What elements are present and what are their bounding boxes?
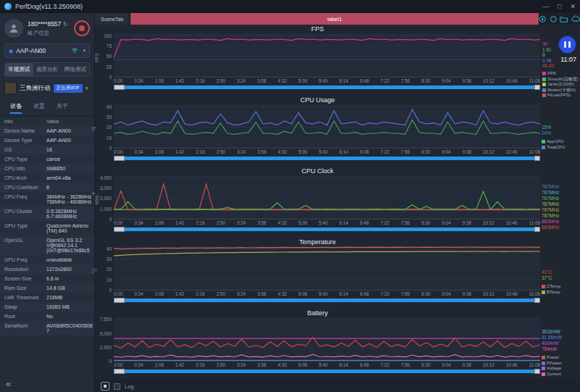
target-icon[interactable] (539, 15, 547, 23)
y-axis: MHz4,0003,0002,0001,0000 (95, 175, 114, 219)
tab-label1[interactable]: label1 (130, 13, 539, 25)
folder-icon[interactable] (560, 15, 568, 23)
x-tick: 8:30 (421, 78, 430, 83)
legend-swatch (542, 372, 545, 376)
table-row: Resolution1272x2800 (0, 264, 94, 274)
x-tick: 2:50 (216, 149, 225, 154)
y-tick: 10 (107, 135, 112, 140)
tab-scenetab[interactable]: SceneTab (95, 13, 129, 25)
y-axis-label: MHz (94, 195, 99, 204)
cloud-icon[interactable] (571, 15, 580, 22)
stop-icon[interactable] (101, 382, 109, 391)
x-tick: 5:40 (319, 78, 328, 83)
x-tick: 6:48 (360, 291, 368, 296)
x-tick: 3:58 (257, 149, 266, 154)
row-label: LMK Threshold (4, 295, 46, 300)
scrollbar-handle[interactable] (114, 156, 125, 161)
x-tick: 7:56 (401, 220, 410, 225)
scrollbar-track[interactable] (114, 228, 540, 231)
scrollbar-handle[interactable] (114, 369, 125, 374)
scrollbar-track[interactable] (114, 157, 540, 160)
scrollbar-end-box[interactable] (534, 227, 540, 232)
scrollbar-end-box[interactable] (534, 85, 540, 90)
legend-label: TotalCPU (547, 145, 565, 151)
info-tab-设置[interactable]: 设置 (33, 102, 45, 114)
legend-item: Smooth(流畅度) (542, 77, 579, 83)
x-tick: 7:22 (381, 149, 389, 154)
core-frequency-value: 883MHz (542, 225, 579, 230)
info-tabs: 设备设置关于 (0, 99, 94, 117)
legend-swatch (542, 356, 545, 359)
device-selector[interactable]: ◆ AAP-AN00 ▾ (4, 43, 90, 58)
scrollbar-handle[interactable] (114, 227, 125, 232)
scrollbar-handle[interactable] (114, 298, 125, 303)
info-tab-关于[interactable]: 关于 (57, 102, 68, 114)
x-tick: 2:16 (196, 291, 204, 296)
x-axis-labels: 0:000:341:081:422:162:503:243:584:325:06… (114, 77, 540, 84)
y-tick: 0 (109, 75, 112, 80)
row-value: OpenGL ES 3.2 V@0842.14.1 (GIT@98e17e88c… (46, 238, 94, 253)
scrollbar-end-box[interactable] (534, 156, 540, 161)
x-tick: 2:16 (196, 78, 204, 83)
log-checkbox[interactable] (114, 383, 120, 390)
maximize-button[interactable]: □ (558, 3, 561, 10)
scrollbar-track[interactable] (114, 370, 540, 373)
scrollbar-track[interactable] (114, 299, 540, 302)
legend-label: FtLow(FPS) (547, 93, 571, 99)
legend-label: Current (547, 372, 561, 378)
mode-tab-画质分析[interactable]: 画质分析 (33, 63, 62, 76)
x-tick: 9:38 (463, 78, 471, 83)
chart-cpu-clock: CPU ClockMHz4,0003,0002,0001,00000:000:3… (95, 167, 540, 238)
account-info-link[interactable]: 账户信息 (28, 30, 49, 36)
scrollbar-end-box[interactable] (534, 298, 540, 303)
refresh-icon[interactable]: ↻ (63, 21, 68, 28)
x-tick: 10:46 (506, 220, 518, 225)
scrollbar-track[interactable] (114, 86, 540, 89)
title-bar: PerfDog(v11.3.250908) — □ ✕ (0, 0, 580, 13)
minimize-button[interactable]: — (542, 3, 549, 10)
row-value: 6.8 in (46, 276, 94, 281)
mode-tab-网络测试[interactable]: 网络测试 (61, 63, 89, 76)
panel-splitter-arrow-icon[interactable]: ◂ (91, 190, 94, 196)
legend-label: Stutter(卡顿%) (547, 88, 576, 93)
row-label: Device Type (4, 138, 46, 143)
app-selector[interactable]: 三角洲行动 正在测试中 ▾ (4, 82, 90, 94)
legend-swatch (542, 93, 546, 97)
x-tick: 3:58 (257, 78, 266, 83)
stop-record-button[interactable] (74, 20, 90, 36)
legend-swatch (542, 83, 546, 86)
table-row: SerialNumAVXB6R5C04005087 (0, 321, 94, 335)
row-value: 16 (46, 147, 94, 152)
row-value: arm64-v8a (46, 175, 94, 180)
circle-icon[interactable] (550, 15, 558, 23)
x-tick: 2:16 (196, 220, 204, 225)
x-tick: 8:30 (421, 220, 430, 225)
x-tick: 4:32 (278, 78, 286, 83)
chart-plot-row: %403020100 (95, 104, 540, 148)
x-tick: 10:46 (506, 362, 518, 367)
x-tick: 5:06 (299, 362, 307, 367)
sidebar-collapse-button[interactable]: « (6, 378, 11, 389)
x-tick: 4:32 (278, 220, 286, 225)
x-tick: 9:38 (463, 291, 471, 296)
row-value: unavailable (46, 257, 94, 262)
row-label: CPU Freq (4, 194, 46, 204)
table-row: CPU Freq384MHz - 3628MHz 768MHz - 4608MH… (0, 192, 94, 207)
mode-tab-常规测试[interactable]: 常规测试 (5, 63, 33, 76)
legend-item: AppCPU (542, 139, 579, 145)
y-axis: °C403020100 (95, 246, 114, 290)
chart-scrollbar (114, 368, 540, 375)
battery-stat-value: 4004mV (542, 341, 579, 346)
avatar (4, 19, 23, 38)
x-tick: 1:08 (155, 220, 164, 225)
battery-stat-value: 81.86mW (542, 335, 579, 341)
x-tick: 11:08 (529, 220, 540, 225)
device-name: AAP-AN00 (16, 47, 46, 54)
pause-button[interactable] (559, 36, 576, 53)
scrollbar-handle[interactable] (114, 85, 125, 90)
x-tick: 6:48 (360, 362, 368, 367)
info-tab-设备[interactable]: 设备 (10, 102, 22, 114)
close-button[interactable]: ✕ (570, 3, 576, 10)
scrollbar-end-box[interactable] (534, 369, 540, 374)
wifi-icon (71, 48, 78, 54)
